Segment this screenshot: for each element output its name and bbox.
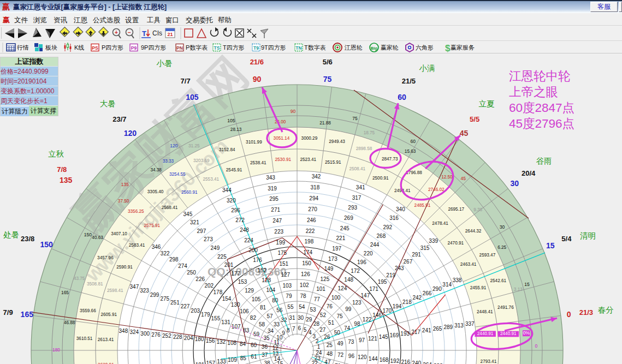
- svg-text:318: 318: [311, 184, 320, 190]
- svg-text:2523.41: 2523.41: [300, 157, 316, 162]
- svg-text:152: 152: [257, 267, 266, 273]
- svg-text:小满: 小满: [419, 64, 435, 73]
- svg-text:147: 147: [361, 293, 370, 299]
- svg-text:204: 204: [184, 335, 193, 341]
- svg-text:337: 337: [465, 321, 475, 327]
- svg-text:165: 165: [21, 310, 34, 319]
- svg-text:51: 51: [328, 320, 335, 326]
- svg-text:2593.47: 2593.47: [479, 253, 496, 258]
- svg-text:0: 0: [567, 310, 571, 319]
- svg-text:P9: P9: [131, 45, 137, 51]
- svg-text:P四方形: P四方形: [102, 44, 123, 51]
- svg-text:2553.41: 2553.41: [203, 177, 219, 182]
- svg-text:2793.41: 2793.41: [481, 359, 497, 364]
- svg-text:45度2796点: 45度2796点: [509, 117, 574, 130]
- svg-text:77: 77: [314, 296, 321, 302]
- svg-text:175: 175: [277, 250, 287, 256]
- svg-text:265: 265: [433, 326, 442, 332]
- svg-text:15: 15: [277, 361, 283, 364]
- svg-text:85: 85: [240, 355, 247, 361]
- svg-text:大暑: 大暑: [100, 99, 116, 108]
- svg-text:60: 60: [251, 342, 257, 348]
- svg-text:296: 296: [231, 207, 240, 213]
- svg-text:153: 153: [238, 279, 247, 285]
- svg-text:199: 199: [276, 240, 285, 246]
- svg-text:165: 165: [61, 290, 69, 295]
- svg-text:TS: TS: [214, 45, 220, 51]
- svg-text:江恩轮中轮: 江恩轮中轮: [509, 69, 571, 83]
- svg-text:23: 23: [315, 355, 321, 361]
- svg-text:2515.91: 2515.91: [325, 160, 341, 165]
- svg-text:46.88: 46.88: [64, 320, 75, 325]
- svg-text:55: 55: [287, 304, 294, 310]
- svg-text:2568.41: 2568.41: [162, 205, 178, 210]
- svg-text:217: 217: [411, 329, 420, 335]
- svg-text:228: 228: [173, 334, 182, 340]
- svg-text:131: 131: [221, 319, 230, 325]
- svg-text:5: 5: [304, 327, 307, 333]
- svg-text:267: 267: [404, 259, 413, 265]
- svg-text:195: 195: [378, 279, 387, 285]
- svg-text:33: 33: [274, 321, 280, 327]
- svg-text:45: 45: [461, 176, 466, 181]
- svg-text:226: 226: [196, 276, 205, 282]
- svg-text:2545.91: 2545.91: [226, 168, 242, 172]
- svg-text:75: 75: [336, 313, 343, 319]
- svg-text:2583.41: 2583.41: [129, 243, 145, 248]
- svg-text:75: 75: [352, 116, 358, 121]
- svg-text:102: 102: [300, 282, 309, 288]
- svg-text:224: 224: [244, 237, 253, 243]
- svg-text:146: 146: [372, 312, 382, 318]
- svg-text:222: 222: [306, 228, 315, 234]
- svg-text:2613.41: 2613.41: [98, 337, 114, 342]
- svg-text:12.50: 12.50: [441, 175, 453, 180]
- svg-text:赢家轮: 赢家轮: [381, 44, 399, 51]
- svg-text:谷雨: 谷雨: [536, 157, 552, 165]
- svg-text:2538.41: 2538.41: [250, 160, 266, 165]
- svg-text:60: 60: [411, 139, 416, 144]
- svg-text:177: 177: [231, 271, 240, 277]
- svg-text:227: 227: [181, 303, 190, 309]
- svg-text:268: 268: [377, 233, 386, 239]
- svg-text:133: 133: [217, 359, 226, 364]
- svg-text:82: 82: [250, 315, 257, 321]
- svg-text:194: 194: [393, 303, 402, 309]
- svg-text:52: 52: [320, 312, 327, 318]
- svg-text:324: 324: [129, 329, 139, 335]
- svg-text:347: 347: [130, 284, 139, 290]
- svg-text:154: 154: [222, 296, 232, 302]
- svg-text:上帝之眼: 上帝之眼: [509, 85, 558, 99]
- svg-text:24: 24: [316, 350, 322, 356]
- svg-text:53: 53: [310, 307, 317, 313]
- svg-text:299: 299: [150, 292, 159, 298]
- svg-text:立秋: 立秋: [48, 150, 64, 158]
- svg-text:2898.58: 2898.58: [356, 146, 372, 151]
- svg-text:322: 322: [161, 250, 170, 256]
- svg-text:26: 26: [324, 334, 330, 340]
- svg-text:298: 298: [169, 256, 179, 262]
- svg-text:109: 109: [228, 357, 237, 363]
- svg-text:3610.51: 3610.51: [76, 336, 93, 341]
- svg-text:125: 125: [321, 276, 330, 282]
- svg-text:六角形: 六角形: [416, 44, 434, 51]
- svg-text:47: 47: [324, 359, 331, 364]
- svg-text:K线: K线: [74, 44, 84, 51]
- svg-text:9P四方形: 9P四方形: [141, 44, 166, 51]
- svg-text:321: 321: [190, 219, 199, 225]
- svg-text:35: 35: [264, 335, 270, 341]
- svg-text:4: 4: [309, 330, 312, 336]
- svg-text:300: 300: [140, 331, 150, 337]
- svg-text:170: 170: [382, 308, 392, 314]
- svg-text:58: 58: [259, 321, 265, 327]
- svg-text:219: 219: [386, 272, 395, 278]
- svg-text:275: 275: [160, 296, 169, 302]
- svg-text:QQ:100892360: QQ:100892360: [208, 265, 287, 278]
- svg-text:2491.76: 2491.76: [497, 305, 514, 310]
- svg-text:9T四方形: 9T四方形: [261, 44, 286, 51]
- svg-text:28.13: 28.13: [230, 127, 242, 132]
- svg-text:274: 274: [178, 263, 187, 269]
- svg-text:处暑: 处暑: [3, 230, 19, 239]
- svg-text:100: 100: [331, 295, 341, 301]
- svg-text:2478.41: 2478.41: [432, 221, 448, 226]
- svg-text:3407.10: 3407.10: [111, 231, 127, 236]
